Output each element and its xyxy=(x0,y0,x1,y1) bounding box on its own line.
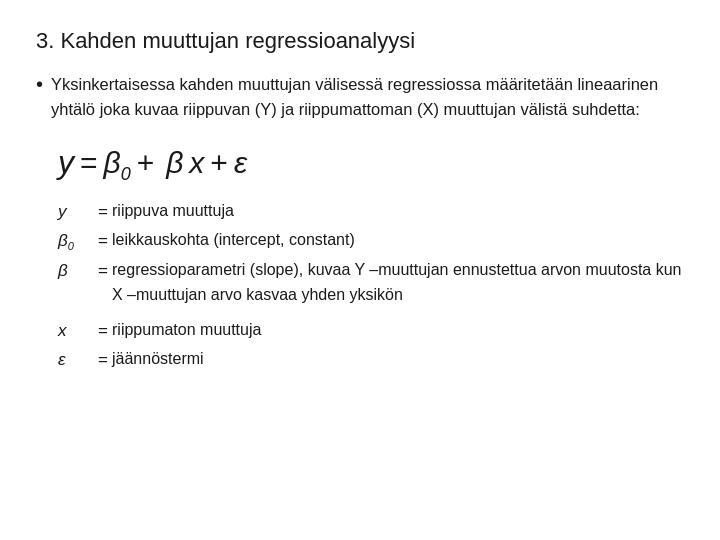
eq-plus2: + xyxy=(210,146,228,180)
equation-line: y = β0 + βx + ε xyxy=(58,144,684,185)
eq-epsilon: ε xyxy=(234,146,247,180)
eq-plus1: + xyxy=(137,146,155,180)
def-text-beta0: leikkauskohta (intercept, constant) xyxy=(112,228,684,253)
bullet-text: Yksinkertaisessa kahden muuttujan välise… xyxy=(51,72,684,122)
def-eq-epsilon: = xyxy=(94,347,112,373)
page-title: 3. Kahden muuttujan regressioanalyysi xyxy=(36,28,684,54)
definitions-table: y = riippuva muuttuja β0 = leikkauskohta… xyxy=(58,199,684,374)
def-symbol-epsilon: ε xyxy=(58,347,94,373)
eq-equals: = xyxy=(80,146,98,180)
eq-x: x xyxy=(189,146,204,180)
def-symbol-y: y xyxy=(58,199,94,225)
eq-betax: β xyxy=(160,146,183,180)
eq-y: y xyxy=(58,144,74,181)
def-eq-y: = xyxy=(94,199,112,225)
page: 3. Kahden muuttujan regressioanalyysi • … xyxy=(0,0,720,540)
def-text-beta: regressioparametri (slope), kuvaa Y –muu… xyxy=(112,258,684,308)
bullet-symbol: • xyxy=(36,73,43,96)
def-eq-beta: = xyxy=(94,258,112,284)
bullet-section: • Yksinkertaisessa kahden muuttujan väli… xyxy=(36,72,684,122)
eq-beta0: β0 xyxy=(104,146,131,185)
def-symbol-beta: β xyxy=(58,258,94,284)
def-symbol-beta0: β0 xyxy=(58,228,94,255)
def-eq-beta0: = xyxy=(94,228,112,254)
def-symbol-x: x xyxy=(58,318,94,344)
def-eq-x: = xyxy=(94,318,112,344)
def-text-epsilon: jäännöstermi xyxy=(112,347,684,372)
def-text-x: riippumaton muuttuja xyxy=(112,318,684,343)
def-text-y: riippuva muuttuja xyxy=(112,199,684,224)
